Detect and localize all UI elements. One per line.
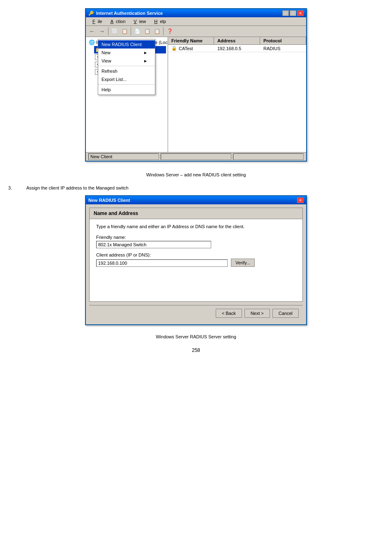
row-icon: 🔒 bbox=[171, 46, 177, 51]
address-input[interactable] bbox=[96, 259, 228, 267]
statusbar-left: New Client bbox=[88, 153, 159, 160]
col-protocol: Protocol bbox=[260, 37, 306, 44]
friendly-name-row: Friendly name: bbox=[96, 235, 296, 248]
cell-friendly-text: CATest bbox=[179, 46, 193, 51]
menu-help[interactable]: Help bbox=[149, 18, 168, 25]
menu-item-refresh-label: Refresh bbox=[101, 69, 118, 74]
cell-friendly: 🔒 CATest bbox=[168, 45, 214, 52]
radius-body: Name and Address Type a friendly name an… bbox=[89, 208, 303, 302]
cell-protocol: RADIUS bbox=[260, 45, 306, 52]
radius-section-header: Name and Address bbox=[90, 208, 302, 219]
toolbar-sep-1 bbox=[108, 27, 108, 35]
menu-item-help-label: Help bbox=[101, 87, 111, 92]
next-button[interactable]: Next > bbox=[244, 309, 270, 318]
menu-item-export[interactable]: Export List... bbox=[98, 75, 155, 83]
cancel-button[interactable]: Cancel bbox=[272, 309, 299, 318]
menu-sep-2 bbox=[98, 84, 155, 85]
ias-title-icon: 🔑 bbox=[88, 11, 94, 16]
radius-section-body: Type a friendly name and either an IP Ad… bbox=[90, 219, 302, 301]
back-button[interactable]: < Back bbox=[216, 309, 242, 318]
cell-address: 192.168.0.5 bbox=[214, 45, 260, 52]
menu-item-new-radius-label: New RADIUS Client bbox=[101, 42, 142, 47]
statusbar-right bbox=[233, 153, 304, 160]
menu-item-new-radius[interactable]: New RADIUS Client bbox=[98, 40, 155, 49]
context-menu-box: New RADIUS Client New ▶ View ▶ Refresh E… bbox=[98, 39, 155, 95]
toolbar-btn-4[interactable]: 📋 bbox=[143, 27, 152, 36]
ias-title-text: Internet Authentication Service bbox=[96, 11, 163, 16]
toolbar-btn-2[interactable]: 📋 bbox=[120, 27, 129, 36]
toolbar-btn-6[interactable]: ❓ bbox=[165, 27, 174, 36]
caption-top: Windows Server – add new RADIUS client s… bbox=[8, 172, 384, 177]
step-number: 3. bbox=[8, 185, 16, 190]
menu-item-help[interactable]: Help bbox=[98, 86, 155, 94]
menu-action[interactable]: Action bbox=[106, 18, 128, 25]
toolbar-btn-1[interactable]: ⬜ bbox=[110, 27, 119, 36]
table-row[interactable]: 🔒 CATest 192.168.0.5 RADIUS bbox=[168, 45, 306, 52]
submenu-arrow-view: ▶ bbox=[144, 59, 147, 63]
step-section: 3. Assign the client IP address to the M… bbox=[8, 185, 384, 190]
menu-item-view-label: View bbox=[101, 58, 111, 63]
toolbar-btn-3[interactable]: 📄 bbox=[133, 27, 142, 36]
menu-item-export-label: Export List... bbox=[101, 77, 127, 82]
menubar: File Action View Help bbox=[86, 17, 306, 26]
menu-item-view[interactable]: View ▶ bbox=[98, 57, 155, 65]
menu-file[interactable]: File bbox=[88, 18, 105, 25]
address-row: Client address (IP or DNS): Verify... bbox=[96, 252, 296, 267]
root-icon: 🌐 bbox=[88, 39, 95, 46]
toolbar-sep-2 bbox=[131, 27, 131, 35]
close-button[interactable]: × bbox=[297, 10, 304, 16]
radius-title-text: New RADIUS Client bbox=[88, 198, 130, 203]
statusbar-mid bbox=[161, 153, 231, 160]
submenu-arrow-new: ▶ bbox=[144, 51, 147, 55]
col-friendly-name: Friendly Name bbox=[168, 37, 214, 44]
radius-title-bar: New RADIUS Client × bbox=[86, 196, 306, 204]
toolbar-btn-5[interactable]: 📋 bbox=[152, 27, 161, 36]
list-rows: 🔒 CATest 192.168.0.5 RADIUS bbox=[168, 45, 306, 152]
list-header: Friendly Name Address Protocol bbox=[168, 37, 306, 45]
menu-item-new-label: New bbox=[101, 50, 111, 55]
col-address: Address bbox=[214, 37, 260, 44]
title-controls: − □ × bbox=[282, 10, 304, 16]
back-button[interactable]: ← bbox=[88, 27, 97, 35]
menu-item-new[interactable]: New ▶ bbox=[98, 49, 155, 57]
ias-title-bar: 🔑 Internet Authentication Service − □ × bbox=[86, 9, 306, 17]
minimize-button[interactable]: − bbox=[282, 10, 289, 16]
right-panel: Friendly Name Address Protocol 🔒 CATest bbox=[168, 37, 306, 152]
address-label: Client address (IP or DNS): bbox=[96, 252, 296, 257]
radius-buttons-area: < Back Next > Cancel bbox=[89, 305, 303, 321]
menu-item-refresh[interactable]: Refresh bbox=[98, 67, 155, 75]
radius-dialog: New RADIUS Client × Name and Address Typ… bbox=[85, 195, 307, 325]
page-number: 258 bbox=[8, 347, 384, 353]
verify-button[interactable]: Verify... bbox=[231, 259, 255, 267]
statusbar: New Client bbox=[86, 152, 306, 161]
toolbar-sep-3 bbox=[163, 27, 164, 35]
address-input-row: Verify... bbox=[96, 259, 296, 267]
forward-button[interactable]: → bbox=[97, 27, 106, 35]
maximize-button[interactable]: □ bbox=[290, 10, 296, 16]
caption-bottom: Windows Server RADIUS Server setting bbox=[8, 334, 384, 339]
friendly-name-label: Friendly name: bbox=[96, 235, 296, 240]
menu-sep-1 bbox=[98, 66, 155, 66]
menu-view[interactable]: View bbox=[129, 18, 148, 25]
radius-description: Type a friendly name and either an IP Ad… bbox=[96, 224, 296, 229]
radius-close-button[interactable]: × bbox=[297, 197, 304, 203]
step-text: Assign the client IP address to the Mana… bbox=[26, 185, 129, 190]
toolbar: ← → ⬜ 📋 📄 📋 📋 ❓ bbox=[86, 26, 306, 37]
friendly-name-input[interactable] bbox=[96, 241, 211, 248]
